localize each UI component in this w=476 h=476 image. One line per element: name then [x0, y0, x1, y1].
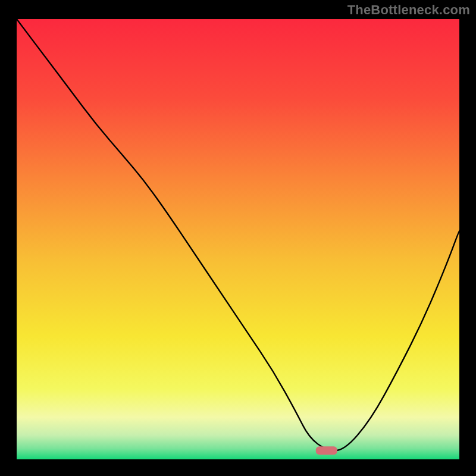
watermark-text: TheBottleneck.com — [347, 2, 470, 18]
bottleneck-chart — [17, 19, 459, 459]
plot-area — [17, 19, 459, 459]
chart-frame: TheBottleneck.com — [0, 0, 476, 476]
optimal-marker — [316, 446, 337, 455]
gradient-background — [17, 19, 459, 459]
